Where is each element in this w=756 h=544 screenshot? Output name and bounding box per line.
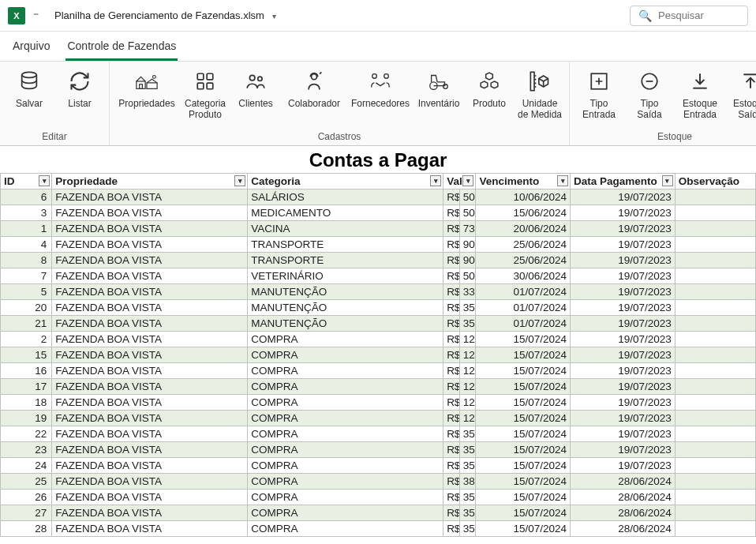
cell-currency[interactable]: R$ <box>443 411 460 426</box>
cell-vencimento[interactable]: 25/06/2024 <box>476 253 571 268</box>
tab-controle-fazendas[interactable]: Controle de Fazendas <box>65 36 178 61</box>
cell-currency[interactable]: R$ <box>443 505 460 521</box>
estoque-saida-button[interactable]: Estoque Saída <box>728 65 756 120</box>
cell-currency[interactable]: R$ <box>443 458 460 474</box>
cell-pagamento[interactable]: 19/07/2023 <box>571 284 676 300</box>
cell-categoria[interactable]: COMPRA <box>248 411 443 426</box>
cell-valor[interactable]: 730,00 <box>459 221 476 237</box>
clientes-button[interactable]: Clientes <box>233 65 279 109</box>
cell-pagamento[interactable]: 19/07/2023 <box>571 379 676 395</box>
cell-propriedade[interactable]: FAZENDA BOA VISTA <box>52 442 248 458</box>
search-input[interactable] <box>658 9 739 21</box>
cell-observacao[interactable] <box>675 205 755 221</box>
cell-currency[interactable]: R$ <box>443 521 460 537</box>
cell-vencimento[interactable]: 15/07/2024 <box>476 474 571 490</box>
cell-vencimento[interactable]: 15/07/2024 <box>476 505 571 521</box>
cell-pagamento[interactable]: 19/07/2023 <box>571 411 676 426</box>
cell-valor[interactable]: 50,00 <box>459 268 476 284</box>
cell-categoria[interactable]: MANUTENÇÃO <box>248 316 443 332</box>
cell-vencimento[interactable]: 15/07/2024 <box>476 442 571 458</box>
cell-id[interactable]: 2 <box>1 332 52 347</box>
cell-id[interactable]: 27 <box>1 505 52 521</box>
cell-id[interactable]: 5 <box>1 284 52 300</box>
colaborador-button[interactable]: Colaborador <box>283 65 345 109</box>
cell-valor[interactable]: 350,00 <box>459 426 476 442</box>
table-row[interactable]: 2FAZENDA BOA VISTACOMPRAR$125,0015/07/20… <box>1 332 756 347</box>
cell-categoria[interactable]: COMPRA <box>248 442 443 458</box>
table-row[interactable]: 4FAZENDA BOA VISTATRANSPORTER$900,0025/0… <box>1 237 756 253</box>
filter-icon[interactable]: ▾ <box>234 175 245 186</box>
table-row[interactable]: 8FAZENDA BOA VISTATRANSPORTER$900,0025/0… <box>1 253 756 268</box>
tipo-entrada-button[interactable]: Tipo Entrada <box>576 65 622 120</box>
cell-observacao[interactable] <box>675 490 755 505</box>
cell-id[interactable]: 19 <box>1 411 52 426</box>
cell-id[interactable]: 28 <box>1 521 52 537</box>
document-title[interactable]: Planilha de Gerenciamento de Fazendas.xl… <box>54 9 276 21</box>
cell-valor[interactable]: 380,00 <box>459 474 476 490</box>
table-row[interactable]: 19FAZENDA BOA VISTACOMPRAR$125,0015/07/2… <box>1 411 756 426</box>
cell-valor[interactable]: 350,00 <box>459 442 476 458</box>
table-row[interactable]: 23FAZENDA BOA VISTACOMPRAR$350,0015/07/2… <box>1 442 756 458</box>
cell-observacao[interactable] <box>675 237 755 253</box>
cell-valor[interactable]: 125,00 <box>459 411 476 426</box>
cell-id[interactable]: 7 <box>1 268 52 284</box>
cell-categoria[interactable]: COMPRA <box>248 347 443 363</box>
header-propriedade[interactable]: Propriedade ▾ <box>52 174 248 189</box>
tipo-saida-button[interactable]: Tipo Saída <box>627 65 672 120</box>
table-row[interactable]: 25FAZENDA BOA VISTACOMPRAR$380,0015/07/2… <box>1 474 756 490</box>
cell-id[interactable]: 16 <box>1 363 52 379</box>
filter-icon[interactable]: ▾ <box>662 175 673 186</box>
cell-id[interactable]: 18 <box>1 395 52 411</box>
cell-vencimento[interactable]: 01/07/2024 <box>476 300 571 316</box>
cell-categoria[interactable]: COMPRA <box>248 379 443 395</box>
filter-icon[interactable]: ▾ <box>462 175 473 186</box>
cell-observacao[interactable] <box>675 332 755 347</box>
fornecedores-button[interactable]: Fornecedores <box>350 65 411 109</box>
cell-observacao[interactable] <box>675 521 755 537</box>
cell-categoria[interactable]: MANUTENÇÃO <box>248 284 443 300</box>
header-vencimento[interactable]: Vencimento ▾ <box>476 174 571 189</box>
cell-valor[interactable]: 350,75 <box>459 458 476 474</box>
cell-observacao[interactable] <box>675 284 755 300</box>
cell-id[interactable]: 3 <box>1 205 52 221</box>
cell-vencimento[interactable]: 15/07/2024 <box>476 347 571 363</box>
table-row[interactable]: 20FAZENDA BOA VISTAMANUTENÇÃOR$350,0001/… <box>1 300 756 316</box>
cell-observacao[interactable] <box>675 379 755 395</box>
cell-pagamento[interactable]: 19/07/2023 <box>571 442 676 458</box>
produto-button[interactable]: Produto <box>466 65 512 109</box>
cell-valor[interactable]: 125,00 <box>459 363 476 379</box>
cell-categoria[interactable]: COMPRA <box>248 474 443 490</box>
cell-currency[interactable]: R$ <box>443 395 460 411</box>
cell-currency[interactable]: R$ <box>443 237 460 253</box>
table-row[interactable]: 27FAZENDA BOA VISTACOMPRAR$350,7515/07/2… <box>1 505 756 521</box>
cell-pagamento[interactable]: 19/07/2023 <box>571 189 676 205</box>
cell-pagamento[interactable]: 28/06/2024 <box>571 505 676 521</box>
cell-currency[interactable]: R$ <box>443 490 460 505</box>
estoque-entrada-button[interactable]: Estoque Entrada <box>677 65 723 120</box>
table-row[interactable]: 7FAZENDA BOA VISTAVETERINÁRIOR$50,0030/0… <box>1 268 756 284</box>
cell-observacao[interactable] <box>675 426 755 442</box>
cell-valor[interactable]: 500,00 <box>459 189 476 205</box>
cell-categoria[interactable]: COMPRA <box>248 395 443 411</box>
header-id[interactable]: ID ▾ <box>1 174 52 189</box>
cell-vencimento[interactable]: 15/07/2024 <box>476 411 571 426</box>
cell-observacao[interactable] <box>675 474 755 490</box>
cell-observacao[interactable] <box>675 411 755 426</box>
propriedades-button[interactable]: Propriedades <box>116 65 178 109</box>
cell-propriedade[interactable]: FAZENDA BOA VISTA <box>52 490 248 505</box>
cell-vencimento[interactable]: 01/07/2024 <box>476 316 571 332</box>
cell-currency[interactable]: R$ <box>443 316 460 332</box>
cell-vencimento[interactable]: 10/06/2024 <box>476 189 571 205</box>
cell-categoria[interactable]: COMPRA <box>248 505 443 521</box>
cell-vencimento[interactable]: 15/07/2024 <box>476 395 571 411</box>
filter-icon[interactable]: ▾ <box>557 175 568 186</box>
cell-id[interactable]: 1 <box>1 221 52 237</box>
cell-pagamento[interactable]: 19/07/2023 <box>571 268 676 284</box>
categoria-produto-button[interactable]: Categoria Produto <box>182 65 228 120</box>
cell-propriedade[interactable]: FAZENDA BOA VISTA <box>52 284 248 300</box>
cell-observacao[interactable] <box>675 395 755 411</box>
search-box[interactable]: 🔍 <box>630 6 748 26</box>
cell-categoria[interactable]: COMPRA <box>248 363 443 379</box>
cell-vencimento[interactable]: 01/07/2024 <box>476 284 571 300</box>
listar-button[interactable]: Listar <box>57 65 103 109</box>
